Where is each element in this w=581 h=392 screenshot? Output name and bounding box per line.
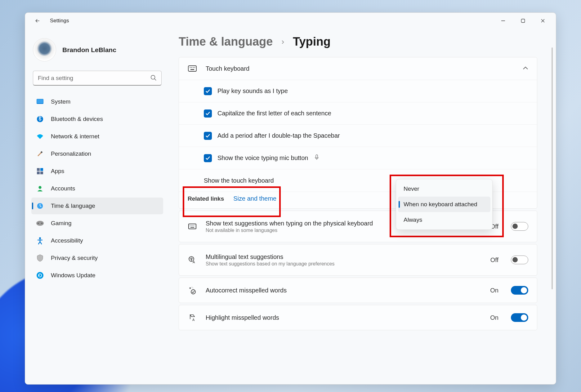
touch-keyboard-header[interactable]: Touch keyboard [179, 57, 537, 80]
toggle-switch[interactable] [511, 256, 528, 264]
highlight-icon: A [188, 314, 197, 322]
sidebar-item-gaming[interactable]: Gaming [31, 215, 163, 232]
checkbox-checked-icon[interactable] [204, 132, 212, 140]
checkbox-checked-icon[interactable] [204, 154, 212, 162]
svg-point-38 [191, 290, 195, 294]
window-controls [493, 13, 553, 28]
setting-label: Highlight misspelled words [206, 314, 481, 321]
toggle-switch[interactable] [511, 286, 528, 295]
multilingual-suggestions-row[interactable]: A Multilingual text suggestions Show tex… [179, 244, 537, 275]
sidebar-item-accessibility[interactable]: Accessibility [31, 232, 163, 249]
svg-point-30 [191, 225, 192, 226]
svg-point-29 [190, 225, 190, 226]
breadcrumb-current: Typing [293, 35, 331, 48]
sidebar-item-bluetooth[interactable]: Bluetooth & devices [31, 111, 163, 127]
search-icon [150, 74, 157, 82]
paintbrush-icon [36, 150, 44, 158]
toggle-switch[interactable] [511, 222, 528, 231]
sidebar-item-accounts[interactable]: Accounts [31, 180, 163, 197]
dropdown-option-label: Always [404, 216, 422, 223]
maximize-button[interactable] [513, 13, 533, 28]
sidebar-item-system[interactable]: System [31, 93, 163, 110]
person-icon [36, 185, 44, 193]
keyboard-icon [188, 65, 197, 72]
sidebar-item-windows-update[interactable]: Windows Update [31, 267, 163, 284]
svg-rect-33 [190, 227, 194, 228]
setting-label: Autocorrect misspelled words [206, 287, 481, 294]
size-and-theme-link[interactable]: Size and theme [233, 195, 276, 202]
option-capitalize-first[interactable]: Capitalize the first letter of each sent… [179, 102, 537, 125]
svg-point-37 [193, 288, 193, 288]
chevron-right-icon: › [281, 37, 284, 47]
autocorrect-icon [188, 286, 197, 294]
user-name: Brandon LeBlanc [62, 46, 116, 54]
svg-point-16 [38, 223, 39, 224]
svg-point-31 [192, 225, 193, 226]
svg-point-32 [194, 225, 194, 226]
keyboard-icon [188, 223, 197, 229]
gamepad-icon [36, 219, 44, 227]
back-button[interactable] [33, 16, 42, 25]
option-play-key-sounds[interactable]: Play key sounds as I type [179, 80, 537, 102]
sidebar-item-label: Accessibility [51, 237, 83, 244]
svg-point-6 [37, 116, 43, 122]
svg-rect-28 [189, 224, 196, 229]
nav-list: System Bluetooth & devices Network & int… [31, 93, 163, 284]
autocorrect-row[interactable]: Autocorrect misspelled words On [179, 278, 537, 303]
card-title: Touch keyboard [206, 65, 249, 72]
display-icon [36, 98, 44, 106]
sidebar-item-label: Gaming [51, 220, 72, 227]
checkbox-checked-icon[interactable] [204, 109, 212, 118]
minimize-button[interactable] [493, 13, 513, 28]
sidebar-item-network[interactable]: Network & internet [31, 128, 163, 145]
sidebar: Brandon LeBlanc System Bluetooth & devic… [25, 29, 166, 384]
svg-rect-26 [316, 155, 318, 158]
svg-point-23 [193, 67, 194, 68]
svg-rect-11 [40, 172, 43, 174]
setting-description: Show text suggestions based on my langua… [206, 261, 482, 267]
scrollbar[interactable] [552, 47, 553, 289]
svg-rect-1 [521, 19, 525, 23]
dropdown-option-label: Never [404, 185, 419, 192]
svg-rect-8 [37, 168, 40, 171]
svg-point-24 [194, 67, 195, 68]
content-area: Time & language › Typing Touch keyboard … [166, 29, 556, 384]
highlight-misspelled-row[interactable]: A Highlight misspelled words On [179, 305, 537, 330]
option-add-period[interactable]: Add a period after I double-tap the Spac… [179, 125, 537, 147]
close-button[interactable] [533, 13, 553, 28]
profile-block[interactable]: Brandon LeBlanc [31, 35, 163, 69]
svg-point-17 [41, 223, 42, 224]
related-label: Related links [188, 195, 224, 202]
sidebar-item-label: Time & language [51, 203, 95, 209]
toggle-state: On [490, 287, 498, 294]
svg-point-2 [151, 75, 155, 79]
dropdown-option-always[interactable]: Always [398, 212, 490, 228]
checkbox-checked-icon[interactable] [204, 87, 212, 95]
accessibility-icon [36, 237, 44, 245]
globe-translate-icon: A [188, 256, 197, 264]
sidebar-item-privacy[interactable]: Privacy & security [31, 250, 163, 266]
dropdown-option-never[interactable]: Never [398, 181, 490, 197]
shield-icon [36, 254, 44, 262]
sidebar-item-apps[interactable]: Apps [31, 163, 163, 180]
breadcrumb-parent[interactable]: Time & language [179, 35, 273, 48]
show-touch-keyboard-dropdown: Never When no keyboard attached Always [396, 179, 493, 230]
svg-rect-10 [37, 172, 40, 174]
sidebar-item-time-language[interactable]: Time & language [31, 198, 163, 214]
setting-label: Multilingual text suggestions [206, 253, 482, 261]
sidebar-item-label: Network & internet [51, 133, 99, 140]
dropdown-option-when-no-keyboard[interactable]: When no keyboard attached [398, 197, 490, 212]
svg-rect-9 [40, 168, 43, 171]
app-title: Settings [50, 18, 69, 24]
option-voice-typing-mic[interactable]: Show the voice typing mic button [179, 147, 537, 169]
sidebar-item-personalization[interactable]: Personalization [31, 145, 163, 162]
toggle-switch[interactable] [511, 313, 528, 322]
svg-point-21 [190, 67, 191, 68]
breadcrumb: Time & language › Typing [179, 35, 537, 48]
sidebar-item-label: Privacy & security [51, 255, 98, 261]
toggle-state: On [490, 314, 498, 321]
svg-point-19 [37, 272, 43, 279]
svg-rect-25 [190, 69, 194, 70]
svg-point-15 [36, 221, 44, 226]
search-input[interactable] [33, 71, 162, 86]
